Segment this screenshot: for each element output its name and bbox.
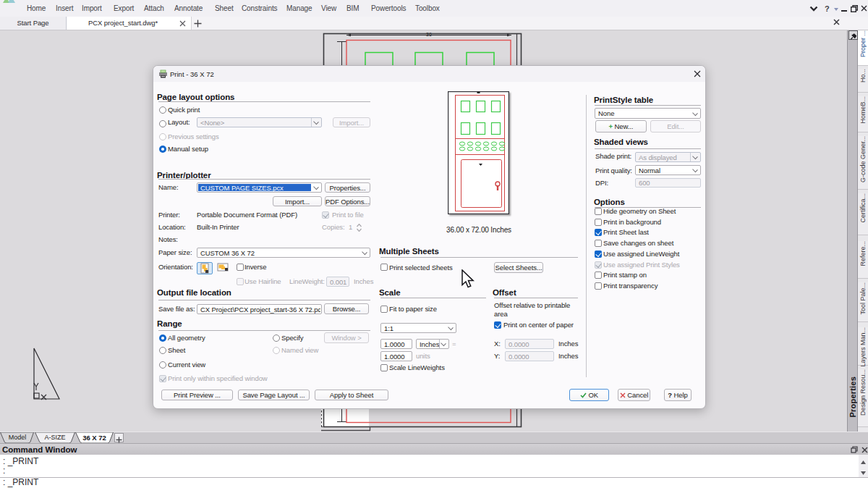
svg-text:36: 36: [426, 32, 432, 37]
